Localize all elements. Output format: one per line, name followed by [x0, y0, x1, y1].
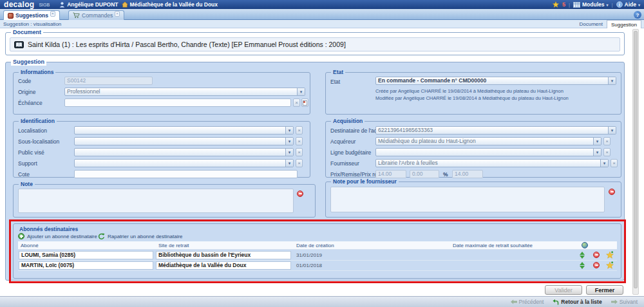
breadcrumb: Suggestion : visualisation: [0, 21, 61, 27]
clear-icon[interactable]: ×: [603, 148, 611, 156]
retour-liste-button[interactable]: Retour à la liste: [553, 299, 601, 305]
rapatrier-abonne-button[interactable]: Rapatrier un abonné destinataire: [98, 233, 183, 240]
note-fournisseur-legend: Note pour le fournisseur: [331, 178, 399, 185]
tab-bar: Suggestions × Commandes ×: [0, 9, 644, 20]
origine-label: Origine: [18, 89, 35, 95]
tab-close-icon[interactable]: ×: [115, 11, 120, 17]
aide-menu[interactable]: Aide ▾: [616, 1, 640, 8]
fermer-button[interactable]: Fermer: [586, 285, 623, 295]
modules-menu[interactable]: Modules ▾: [573, 1, 609, 8]
move-updown-icon[interactable]: [579, 261, 585, 269]
valider-button[interactable]: Valider: [545, 285, 582, 295]
chevron-down-icon[interactable]: ▾: [285, 127, 293, 134]
calendar-icon[interactable]: [301, 98, 308, 107]
support-select[interactable]: ▾: [74, 159, 294, 167]
chevron-down-icon[interactable]: ▾: [608, 77, 616, 84]
suggestion-legend: Suggestion: [11, 59, 46, 66]
prix-field: 14.00: [375, 170, 406, 178]
remove-icon[interactable]: [593, 262, 600, 268]
chevron-down-icon[interactable]: ▾: [593, 138, 601, 145]
view-toggle-suggestion[interactable]: Suggestion: [607, 20, 641, 28]
user-name: Angélique DUPONT: [67, 1, 118, 8]
site-retrait-cell[interactable]: Médiathèque de la Vallée du Doux: [156, 261, 291, 270]
tab-close-icon[interactable]: ×: [50, 11, 55, 17]
clear-icon[interactable]: ×: [611, 159, 618, 167]
suivant-button[interactable]: Suivant: [611, 299, 638, 305]
view-toggle-document[interactable]: Document: [576, 20, 607, 28]
cote-label: Cote: [18, 171, 30, 178]
scrollbar-thumb[interactable]: [634, 31, 638, 288]
next-arrow-icon: [611, 299, 618, 304]
col-site-retrait: Site de retrait: [158, 243, 189, 248]
help-icon[interactable]: ?: [634, 11, 641, 19]
clear-icon[interactable]: ×: [296, 148, 303, 156]
etat-legend: Etat: [331, 69, 345, 76]
note-textarea[interactable]: [18, 189, 294, 213]
prev-arrow-icon: [511, 299, 517, 304]
current-site[interactable]: Médiathèque de la Vallée du Doux: [122, 1, 218, 8]
commandes-tab-icon: [73, 12, 80, 19]
chevron-down-icon[interactable]: ▾: [285, 138, 293, 145]
add-icon: [18, 233, 24, 239]
support-label: Support: [18, 160, 37, 167]
book-icon: [14, 41, 24, 48]
tab-commandes[interactable]: Commandes ×: [68, 10, 124, 20]
move-updown-icon[interactable]: [579, 251, 585, 259]
scrollbar[interactable]: [632, 29, 639, 295]
code-label: Code: [18, 78, 31, 84]
chevron-down-icon[interactable]: ▾: [600, 160, 608, 167]
person-icon: [59, 1, 65, 8]
star-notification-icon[interactable]: [553, 1, 559, 8]
echeance-field[interactable]: [64, 98, 291, 107]
informations-legend: Informations: [19, 69, 55, 76]
clear-icon[interactable]: ×: [296, 126, 303, 135]
created-by-text: Créée par Angélique CHARRÉ le 19/08/2014…: [375, 88, 564, 94]
rapatrier-icon: [98, 233, 105, 240]
modules-label: Modules: [582, 1, 604, 8]
suggestions-tab-icon: [8, 13, 14, 19]
note-legend: Note: [19, 181, 35, 188]
destinataire-value: 622139641985633363: [376, 127, 608, 134]
abonne-cell[interactable]: MARTIN, Loïc (0075): [19, 261, 153, 270]
aide-label: Aide: [625, 1, 636, 8]
acquereur-label: Acquéreur: [330, 138, 355, 145]
etat-select[interactable]: En commande - Commande n° CMD00000 ▾: [375, 77, 616, 85]
chevron-down-icon[interactable]: ▾: [593, 149, 601, 156]
sous-localisation-label: Sous-localisation: [18, 138, 59, 145]
clear-icon[interactable]: ×: [296, 137, 303, 145]
fournisseur-select[interactable]: Librairie l'Arbre à feuilles ▾: [375, 159, 609, 167]
modules-grid-icon: [573, 2, 580, 8]
current-user[interactable]: Angélique DUPONT: [59, 1, 118, 8]
footer-bar: Précédent Retour à la liste Suivant: [0, 296, 644, 307]
clear-icon[interactable]: ×: [603, 137, 611, 145]
sous-localisation-select[interactable]: ▾: [74, 137, 294, 145]
acquereur-select[interactable]: Médiathèque du plateau du Haut-Lignon ▾: [375, 137, 601, 145]
app-logo: decalog: [4, 0, 34, 9]
percent-sign: %: [443, 171, 448, 178]
chevron-down-icon: ▾: [606, 3, 608, 7]
origine-select[interactable]: Professionnel ▾: [64, 88, 305, 96]
clear-icon[interactable]: ×: [293, 98, 300, 107]
chevron-down-icon[interactable]: ▾: [285, 160, 293, 167]
destinataire-select[interactable]: 622139641985633363 ▾: [375, 126, 616, 135]
tab-suggestions[interactable]: Suggestions ×: [3, 10, 60, 20]
abonne-cell[interactable]: LOUMI, Samia (0285): [19, 251, 153, 259]
subscriber-star-icon[interactable]: [606, 261, 614, 269]
precedent-button[interactable]: Précédent: [511, 299, 544, 305]
ligne-budgetaire-select[interactable]: ▾: [375, 148, 601, 156]
localisation-select[interactable]: ▾: [74, 126, 294, 135]
public-vise-select[interactable]: ▾: [74, 148, 294, 156]
cote-field[interactable]: [74, 170, 298, 178]
add-abonne-button[interactable]: Ajouter un abonné destinataire: [18, 233, 97, 239]
note-fournisseur-textarea[interactable]: [330, 187, 605, 212]
tab-label: Commandes: [82, 12, 113, 19]
site-retrait-cell[interactable]: Bibliothèque du bassin de l'Eyrieux: [156, 251, 291, 259]
globe-icon: [582, 242, 588, 248]
chevron-down-icon[interactable]: ▾: [608, 127, 616, 134]
subscriber-star-icon[interactable]: [606, 251, 614, 259]
chevron-down-icon[interactable]: ▾: [285, 149, 293, 156]
clear-icon[interactable]: ×: [296, 159, 303, 167]
chevron-down-icon[interactable]: ▾: [297, 88, 305, 95]
tab-label: Suggestions: [15, 12, 48, 19]
remove-icon[interactable]: [593, 252, 600, 258]
